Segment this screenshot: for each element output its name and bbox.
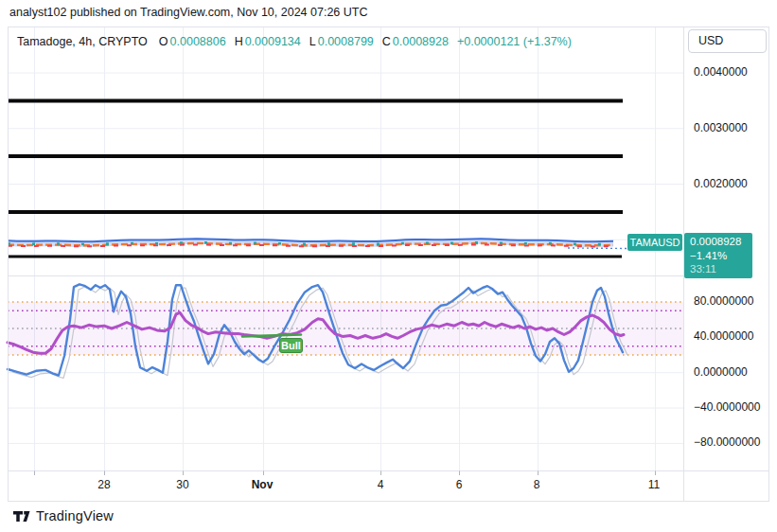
price-dotted-tail [568, 248, 629, 249]
open-label: O [159, 35, 168, 48]
chart-canvas[interactable] [0, 0, 777, 532]
price-axis-label: 0.0030000 [694, 121, 748, 134]
tradingview-logo-text: TradingView [36, 508, 114, 523]
time-axis-label: 11 [635, 478, 673, 491]
time-axis-label: 6 [440, 478, 478, 491]
badge-countdown: 33:11 [690, 262, 752, 276]
ohlc-open: O0.0008806 [159, 35, 226, 48]
time-axis-label: 8 [518, 478, 556, 491]
indicator-axis-label: 80.0000000 [694, 294, 753, 308]
last-price-badge: 0.0008928 −1.41% 33:11 [684, 233, 752, 278]
ohlc-low: L0.0008799 [309, 35, 374, 48]
widget-frame [9, 27, 769, 502]
tradingview-logo[interactable]: TradingView [13, 508, 114, 523]
low-value: 0.0008799 [318, 35, 374, 48]
badge-price: 0.0008928 [690, 235, 752, 249]
currency-toggle-button[interactable]: USD [688, 29, 767, 53]
open-value: 0.0008806 [170, 35, 226, 48]
indicator-axis-label: −40.0000000 [694, 400, 760, 414]
time-axis-label: 30 [164, 478, 202, 491]
symbol-axis-tag: TAMAUSD [627, 234, 682, 251]
indicator-axis-label: 40.0000000 [694, 329, 753, 343]
indicator-axis-label: 0.0000000 [694, 365, 748, 379]
indicator-axis-label: −80.0000000 [694, 435, 760, 449]
page: analyst102 published on TradingView.com,… [0, 0, 777, 532]
ohlc-high: H0.0009134 [235, 35, 301, 48]
close-label: C [382, 35, 391, 48]
change-value: +0.0000121 (+1.37%) [457, 35, 572, 48]
time-axis-label: 4 [362, 478, 399, 491]
symbol-title[interactable]: Tamadoge, 4h, CRYPTO [17, 35, 148, 48]
price-axis-label: 0.0040000 [694, 65, 748, 79]
tradingview-logo-icon [13, 510, 30, 523]
low-label: L [309, 35, 316, 48]
badge-change: −1.41% [690, 249, 752, 263]
high-label: H [235, 35, 243, 48]
close-value: 0.0008928 [393, 35, 449, 48]
high-value: 0.0009134 [245, 35, 301, 48]
bull-label[interactable]: Bull [279, 338, 303, 353]
time-axis-label: Nov [243, 478, 281, 491]
price-axis-label: 0.0020000 [694, 177, 748, 190]
time-axis-label: 28 [85, 478, 123, 491]
ohlc-legend: Tamadoge, 4h, CRYPTO O0.0008806 H0.00091… [17, 35, 572, 48]
ohlc-close: C0.0008928 [382, 35, 449, 48]
